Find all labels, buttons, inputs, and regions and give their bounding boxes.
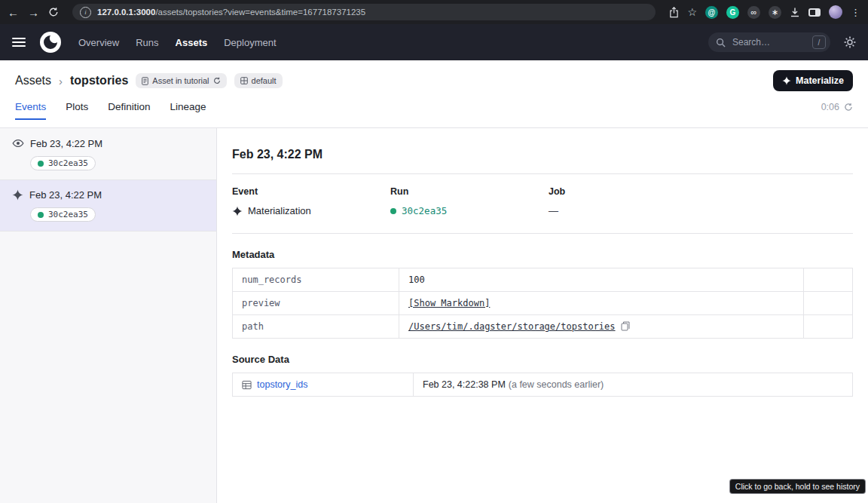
refresh-countdown[interactable]: 0:06 — [821, 102, 853, 120]
run-column: Run 30c2ea35 — [390, 186, 549, 216]
hamburger-menu-icon[interactable] — [12, 38, 26, 47]
sparkle-icon — [782, 76, 791, 85]
settings-gear-icon[interactable] — [844, 36, 856, 48]
table-row: path /Users/tim/.dagster/storage/topstor… — [233, 315, 853, 339]
tab-events[interactable]: Events — [15, 97, 46, 120]
extension-at-icon[interactable]: @ — [705, 6, 718, 19]
nav-deployment[interactable]: Deployment — [224, 37, 276, 48]
app-navbar: Overview Runs Assets Deployment / — [0, 24, 868, 60]
url-text: 127.0.0.1:3000/assets/topstories?view=ev… — [97, 8, 365, 17]
nav-overview[interactable]: Overview — [78, 37, 119, 48]
event-detail-title: Feb 23, 4:22 PM — [232, 148, 853, 161]
event-type-value: Materialization — [248, 205, 311, 216]
browser-back-icon[interactable]: ← — [8, 7, 19, 18]
refresh-icon — [844, 103, 853, 112]
extension-grammarly-icon[interactable]: G — [726, 6, 739, 19]
document-icon — [142, 77, 148, 85]
profile-avatar[interactable] — [829, 5, 842, 19]
asset-group-tag[interactable]: default — [234, 73, 283, 88]
share-icon[interactable] — [669, 7, 679, 18]
job-label: Job — [549, 186, 707, 197]
metadata-table: num_records 100 preview [Show Markdown] … — [232, 268, 853, 339]
tab-lineage[interactable]: Lineage — [170, 97, 206, 120]
asset-group-tag-label: default — [252, 76, 277, 85]
event-label: Event — [232, 186, 390, 197]
site-info-icon[interactable]: i — [80, 7, 91, 18]
browser-menu-icon[interactable]: ⋮ — [851, 7, 860, 18]
table-row: preview [Show Markdown] — [233, 292, 853, 315]
metadata-key: path — [233, 315, 399, 339]
browser-actions: ☆ @ G ∞ ∗ ⋮ — [669, 5, 860, 19]
path-link[interactable]: /Users/tim/.dagster/storage/topstories — [408, 321, 616, 332]
extension-infinity-icon[interactable]: ∞ — [747, 6, 760, 19]
search-box[interactable]: / — [708, 32, 830, 52]
refresh-icon — [213, 77, 221, 84]
grid-icon — [240, 77, 248, 84]
metadata-key: preview — [233, 292, 399, 315]
run-tag[interactable]: 30c2ea35 — [30, 207, 96, 222]
copy-icon[interactable] — [621, 321, 630, 331]
primary-nav: Overview Runs Assets Deployment — [78, 37, 277, 48]
dagster-logo[interactable] — [39, 31, 62, 54]
refresh-countdown-value: 0:06 — [821, 102, 839, 112]
asset-tutorial-tag[interactable]: Asset in tutorial — [136, 73, 226, 88]
job-value: — — [549, 205, 558, 216]
url-path: /assets/topstories?view=events&time=1677… — [155, 8, 365, 17]
tab-definition[interactable]: Definition — [108, 97, 150, 120]
event-time: Feb 23, 4:22 PM — [29, 189, 102, 201]
bookmark-star-icon[interactable]: ☆ — [687, 6, 697, 18]
table-row: num_records 100 — [233, 268, 853, 292]
event-list-item-observation[interactable]: Feb 23, 4:22 PM 30c2ea35 — [0, 128, 216, 180]
downloads-icon[interactable] — [790, 7, 800, 17]
source-time-cell: Feb 23, 4:22:38 PM(a few seconds earlier… — [414, 373, 853, 397]
search-icon — [716, 38, 726, 48]
nav-runs[interactable]: Runs — [136, 37, 158, 48]
source-asset-link[interactable]: topstory_ids — [257, 379, 307, 390]
materialize-button-label: Materialize — [796, 75, 844, 86]
metadata-empty-cell — [804, 268, 853, 292]
metadata-empty-cell — [804, 292, 853, 315]
tab-plots[interactable]: Plots — [66, 97, 88, 120]
breadcrumb: Assets › topstories Asset in tutorial de… — [15, 69, 853, 92]
browser-reload-icon[interactable] — [48, 7, 59, 17]
metadata-key: num_records — [233, 268, 399, 292]
run-status-dot — [38, 212, 44, 218]
run-status-dot — [390, 208, 396, 214]
show-markdown-link[interactable]: [Show Markdown] — [408, 298, 490, 308]
run-label: Run — [390, 186, 549, 197]
metadata-section-title: Metadata — [232, 249, 853, 260]
job-column: Job — — [549, 186, 707, 216]
table-row: topstory_ids Feb 23, 4:22:38 PM(a few se… — [233, 373, 853, 397]
metadata-value: 100 — [399, 268, 804, 292]
side-panel-icon[interactable] — [808, 8, 821, 17]
metadata-empty-cell — [804, 315, 853, 339]
materialization-sparkle-icon — [12, 189, 23, 201]
nav-assets[interactable]: Assets — [176, 37, 208, 48]
extension-misc-icon[interactable]: ∗ — [769, 6, 781, 19]
event-list-item-materialization[interactable]: Feb 23, 4:22 PM 30c2ea35 — [0, 180, 216, 232]
eye-icon — [12, 137, 24, 149]
address-bar[interactable]: i 127.0.0.1:3000/assets/topstories?view=… — [72, 4, 656, 20]
divider — [232, 233, 853, 234]
asset-tabs: Events Plots Definition Lineage 0:06 — [15, 97, 853, 120]
run-id: 30c2ea35 — [48, 210, 88, 219]
asset-page-header: Assets › topstories Asset in tutorial de… — [0, 60, 868, 128]
materialize-button[interactable]: Materialize — [773, 70, 853, 91]
search-input[interactable] — [731, 36, 807, 48]
asset-events-view: Feb 23, 4:22 PM 30c2ea35 Feb 23, 4:22 PM… — [0, 128, 868, 503]
source-time-note: (a few seconds earlier) — [509, 379, 604, 390]
run-id: 30c2ea35 — [48, 158, 88, 168]
event-summary-row: Event Materialization Run 30c2ea35 Job — — [232, 174, 853, 233]
source-data-section-title: Source Data — [232, 354, 853, 365]
run-tag[interactable]: 30c2ea35 — [30, 156, 96, 170]
event-list-sidebar: Feb 23, 4:22 PM 30c2ea35 Feb 23, 4:22 PM… — [0, 128, 217, 503]
url-host: 127.0.0.1:3000 — [97, 8, 155, 17]
browser-back-tooltip: Click to go back, hold to see history — [730, 480, 865, 493]
breadcrumb-assets-link[interactable]: Assets — [15, 74, 51, 87]
search-shortcut-badge: / — [812, 35, 826, 49]
event-detail-panel: Feb 23, 4:22 PM Event Materialization Ru… — [217, 128, 868, 503]
breadcrumb-separator: › — [59, 75, 63, 87]
run-id-link[interactable]: 30c2ea35 — [402, 205, 447, 216]
browser-forward-icon[interactable]: → — [28, 7, 39, 18]
event-time: Feb 23, 4:22 PM — [30, 138, 102, 149]
